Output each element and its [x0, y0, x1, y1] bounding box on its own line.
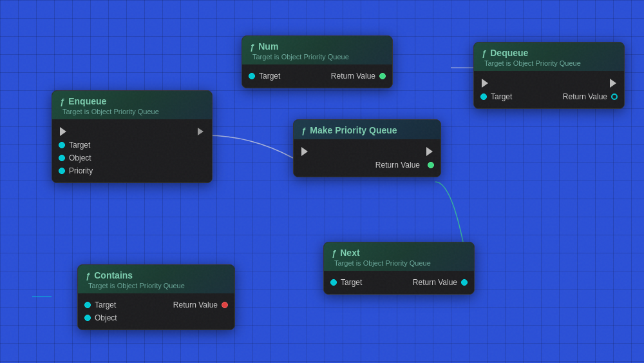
enqueue-target-dot: [59, 142, 65, 148]
next-target-dot: [330, 279, 337, 286]
next-name-label: Next: [340, 248, 359, 258]
make-title: ƒ Make Priority Queue: [301, 125, 433, 135]
num-node: ƒ Num Target is Object Priority Queue Ta…: [242, 35, 393, 88]
num-return-right: Return Value: [331, 72, 386, 81]
next-node: ƒ Next Target is Object Priority Queue T…: [323, 242, 475, 295]
num-pins-row: Target Return Value: [242, 70, 392, 83]
make-node: ƒ Make Priority Queue Return Value: [293, 119, 441, 177]
contains-node: ƒ Contains Target is Object Priority Que…: [77, 264, 235, 330]
enqueue-object-dot: [59, 155, 65, 161]
dequeue-target-dot: [480, 93, 487, 100]
enqueue-body: Target Object Priority: [52, 119, 212, 182]
dequeue-func-icon: ƒ: [482, 48, 486, 58]
num-target-left: Target: [249, 72, 280, 81]
enqueue-node: ƒ Enqueue Target is Object Priority Queu…: [52, 90, 213, 183]
contains-target-label: Target: [95, 300, 116, 309]
num-func-icon: ƒ: [250, 42, 254, 52]
enqueue-subtitle: Target is Object Priority Queue: [60, 108, 204, 115]
next-return-right: Return Value: [413, 278, 468, 287]
dequeue-header: ƒ Dequeue Target is Object Priority Queu…: [474, 43, 624, 71]
contains-subtitle: Target is Object Priority Queue: [86, 282, 227, 289]
dequeue-name-label: Dequeue: [490, 48, 528, 58]
enqueue-exec-out[interactable]: [198, 127, 204, 136]
contains-object-dot: [84, 315, 91, 321]
make-exec-row: [294, 144, 440, 159]
contains-target-left: Target: [84, 300, 116, 309]
dequeue-target-left: Target: [480, 92, 512, 101]
num-target-dot: [249, 73, 255, 79]
contains-name-label: Contains: [94, 270, 133, 280]
contains-header: ƒ Contains Target is Object Priority Que…: [78, 265, 234, 293]
dequeue-pins-row: Target Return Value: [474, 90, 624, 103]
dequeue-body: Target Return Value: [474, 71, 624, 108]
num-subtitle: Target is Object Priority Queue: [250, 53, 384, 61]
contains-object-label: Object: [95, 313, 117, 322]
make-return-label: Return Value: [375, 161, 420, 170]
enqueue-priority-label: Priority: [69, 166, 93, 175]
enqueue-object-pin: Object: [52, 152, 212, 164]
enqueue-title: ƒ Enqueue: [60, 96, 204, 106]
dequeue-target-label: Target: [491, 92, 512, 101]
dequeue-exec-in[interactable]: [482, 79, 488, 88]
num-name-label: Num: [258, 41, 278, 52]
next-title: ƒ Next: [332, 248, 466, 258]
make-header: ƒ Make Priority Queue: [294, 120, 440, 139]
enqueue-object-label: Object: [69, 153, 91, 162]
make-return-dot: [428, 162, 434, 168]
contains-return-label: Return Value: [173, 300, 218, 309]
make-exec-out[interactable]: [426, 147, 433, 156]
next-return-dot: [461, 279, 468, 286]
next-target-left: Target: [330, 278, 362, 287]
dequeue-subtitle: Target is Object Priority Queue: [482, 59, 616, 67]
num-body: Target Return Value: [242, 64, 392, 88]
enqueue-exec-in[interactable]: [60, 127, 66, 136]
enqueue-func-icon: ƒ: [60, 97, 64, 106]
next-return-label: Return Value: [413, 278, 457, 287]
dequeue-exec-row: [474, 76, 624, 90]
next-target-label: Target: [341, 278, 362, 287]
enqueue-priority-pin: Priority: [52, 164, 212, 177]
make-func-icon: ƒ: [301, 126, 306, 135]
contains-return-dot: [222, 302, 228, 308]
num-target-label: Target: [259, 72, 280, 81]
make-body: Return Value: [294, 139, 440, 177]
contains-target-row: Target Return Value: [78, 299, 234, 311]
contains-return-right: Return Value: [173, 300, 228, 309]
next-body: Target Return Value: [324, 271, 474, 294]
next-pins-row: Target Return Value: [324, 276, 474, 289]
num-return-label: Return Value: [331, 72, 375, 81]
make-exec-in[interactable]: [301, 147, 308, 156]
enqueue-header: ƒ Enqueue Target is Object Priority Queu…: [52, 91, 212, 119]
enqueue-priority-dot: [59, 168, 65, 174]
enqueue-target-label: Target: [69, 141, 90, 150]
contains-target-dot: [84, 302, 91, 308]
dequeue-node: ƒ Dequeue Target is Object Priority Queu…: [473, 42, 625, 109]
contains-func-icon: ƒ: [86, 271, 90, 280]
enqueue-name-label: Enqueue: [68, 96, 106, 106]
dequeue-return-right: Return Value: [563, 92, 618, 101]
dequeue-return-dot: [611, 93, 618, 100]
enqueue-exec-row: [52, 124, 212, 139]
dequeue-return-label: Return Value: [563, 92, 607, 101]
num-return-dot: [379, 73, 386, 79]
next-subtitle: Target is Object Priority Queue: [332, 259, 466, 267]
dequeue-title: ƒ Dequeue: [482, 48, 616, 58]
make-return-row: Return Value: [294, 159, 440, 172]
make-name-label: Make Priority Queue: [310, 125, 397, 135]
contains-body: Target Return Value Object: [78, 293, 234, 329]
next-func-icon: ƒ: [332, 248, 336, 258]
next-header: ƒ Next Target is Object Priority Queue: [324, 242, 474, 271]
num-header: ƒ Num Target is Object Priority Queue: [242, 36, 392, 64]
num-title: ƒ Num: [250, 41, 384, 52]
contains-title: ƒ Contains: [86, 270, 227, 280]
dequeue-exec-out[interactable]: [610, 79, 616, 88]
contains-object-pin: Object: [78, 311, 234, 324]
enqueue-target-pin: Target: [52, 139, 212, 152]
